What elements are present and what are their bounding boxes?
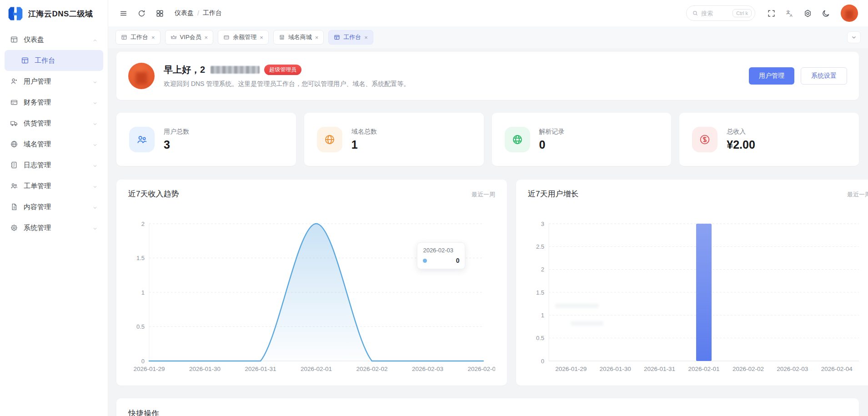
breadcrumb-dashboard[interactable]: 仪表盘 — [175, 9, 194, 17]
sidebar-item-workbench[interactable]: 工作台 — [5, 50, 103, 71]
chart-range-label: 最近一周 — [847, 190, 868, 199]
sidebar-item-supply[interactable]: 供货管理 — [5, 113, 103, 134]
revenue-trend-chart: 00.511.522026-01-292026-01-302026-01-312… — [128, 201, 495, 375]
tabstrip-collapse-button[interactable] — [847, 31, 861, 43]
stat-card-domains: 域名总数 1 — [304, 113, 484, 166]
top-header: 仪表盘 / 工作台 Ctrl k 文A — [108, 0, 868, 26]
fullscreen-button[interactable] — [763, 5, 779, 21]
sidebar-item-tickets[interactable]: 工单管理 — [5, 175, 103, 196]
svg-text:2026-01-30: 2026-01-30 — [600, 366, 631, 372]
close-icon[interactable]: × — [205, 35, 208, 40]
system-settings-button[interactable]: 系统设置 — [801, 67, 847, 85]
stat-card-users: 用户总数 3 — [116, 113, 296, 166]
chevron-up-icon — [92, 37, 98, 42]
chevron-down-icon — [92, 204, 98, 210]
user-avatar[interactable] — [841, 5, 858, 22]
users-icon — [129, 127, 155, 152]
close-icon[interactable]: × — [260, 35, 263, 40]
user-management-button[interactable]: 用户管理 — [749, 67, 794, 85]
charts-row: 近7天收入趋势 最近一周 00.511.522026-01-292026-01-… — [116, 180, 859, 386]
hamburger-icon — [119, 9, 128, 18]
sidebar-item-content[interactable]: 内容管理 — [5, 196, 103, 217]
welcome-subtitle: 欢迎回到 DNS 管理系统。这里是管理员工作台，您可以管理用户、域名、系统配置等… — [164, 80, 740, 88]
language-button[interactable]: 文A — [782, 5, 797, 21]
user-growth-chart: 00.511.522.532026-01-292026-01-302026-01… — [528, 201, 868, 375]
sidebar-item-domains[interactable]: 域名管理 — [5, 134, 103, 155]
chart-title: 近7天用户增长 — [528, 189, 578, 199]
document-icon — [10, 203, 18, 211]
tab-workbench-1[interactable]: 工作台 × — [115, 30, 161, 45]
welcome-banner: 早上好，2 超级管理员 欢迎回到 DNS 管理系统。这里是管理员工作台，您可以管… — [116, 52, 859, 100]
stat-card-dns-records: 解析记录 0 — [492, 113, 672, 166]
svg-text:1.5: 1.5 — [536, 289, 544, 296]
globe-network-icon — [505, 127, 530, 152]
global-search[interactable]: Ctrl k — [686, 5, 755, 21]
sidebar-item-finance[interactable]: 财务管理 — [5, 92, 103, 113]
moon-icon — [822, 9, 830, 18]
user-growth-card: 近7天用户增长 最近一周 00.511.522.532026-01-292026… — [516, 180, 868, 386]
fullscreen-icon — [767, 9, 776, 18]
grid-icon — [156, 9, 164, 18]
close-icon[interactable]: × — [364, 35, 368, 40]
tab-balance[interactable]: 余额管理 × — [218, 30, 269, 45]
svg-text:0.5: 0.5 — [536, 335, 544, 341]
sidebar-item-system[interactable]: 系统管理 — [5, 217, 103, 238]
svg-text:2026-01-30: 2026-01-30 — [189, 366, 221, 372]
chevron-down-icon — [92, 120, 98, 126]
svg-text:2026-02-01: 2026-02-01 — [301, 366, 332, 372]
svg-text:2026-02-02: 2026-02-02 — [356, 366, 387, 372]
translate-icon: 文A — [785, 9, 794, 18]
svg-text:2026-02-01: 2026-02-01 — [688, 366, 719, 372]
svg-text:0: 0 — [541, 358, 544, 365]
svg-text:2.5: 2.5 — [536, 243, 544, 250]
svg-text:3: 3 — [541, 221, 544, 227]
app-window: 江海云DNS二级域 仪表盘 工作台 — [0, 0, 868, 416]
svg-text:2: 2 — [141, 221, 145, 227]
chevron-down-icon — [92, 141, 98, 147]
storefront-icon — [279, 34, 285, 40]
globe-icon — [317, 127, 342, 152]
refresh-button[interactable] — [134, 5, 149, 21]
sidebar: 江海云DNS二级域 仪表盘 工作台 — [0, 0, 108, 416]
stat-cards: 用户总数 3 域名总数 1 解析记录 0 — [116, 113, 859, 166]
dashboard-icon — [10, 35, 18, 44]
svg-text:2026-02-04: 2026-02-04 — [821, 366, 853, 372]
gear-icon — [10, 224, 18, 232]
svg-text:1: 1 — [541, 312, 544, 319]
sidebar-collapse-button[interactable] — [115, 5, 131, 21]
breadcrumb-workbench[interactable]: 工作台 — [203, 9, 222, 17]
workbench-icon — [121, 34, 127, 40]
close-icon[interactable]: × — [151, 35, 155, 40]
globe-icon — [10, 140, 18, 148]
settings-badge-icon — [803, 9, 812, 18]
tab-strip: 工作台 × VIP会员 × 余额管理 × 域名商城 × 工作台 × — [108, 26, 868, 48]
settings-button[interactable] — [800, 5, 815, 21]
wallet-icon — [223, 34, 230, 40]
svg-text:2026-01-29: 2026-01-29 — [555, 366, 587, 372]
tab-vip[interactable]: VIP会员 × — [165, 30, 214, 45]
sidebar-item-dashboard[interactable]: 仪表盘 — [5, 29, 103, 50]
chevron-down-icon — [92, 100, 98, 105]
svg-text:2026-02-03: 2026-02-03 — [412, 366, 443, 372]
sidebar-item-logs[interactable]: 日志管理 — [5, 155, 103, 175]
breadcrumb-separator: / — [197, 10, 199, 17]
tab-domain-shop[interactable]: 域名商城 × — [273, 30, 324, 45]
tab-workbench-2[interactable]: 工作台 × — [328, 30, 373, 45]
svg-text:1: 1 — [141, 289, 145, 296]
main-content: 早上好，2 超级管理员 欢迎回到 DNS 管理系统。这里是管理员工作台，您可以管… — [108, 48, 868, 416]
layout-grid-button[interactable] — [152, 5, 167, 21]
close-icon[interactable]: × — [315, 35, 319, 40]
sidebar-item-users[interactable]: 用户管理 — [5, 71, 103, 92]
workbench-icon — [334, 34, 340, 40]
people-icon — [10, 182, 18, 190]
chevron-down-icon — [92, 162, 98, 168]
search-shortcut: Ctrl k — [733, 9, 752, 17]
app-logo[interactable]: 江海云DNS二级域 — [0, 0, 108, 27]
svg-text:2026-01-29: 2026-01-29 — [133, 366, 165, 372]
user-plus-icon — [10, 77, 18, 85]
search-input[interactable] — [701, 10, 728, 17]
chart-range-label: 最近一周 — [472, 190, 495, 199]
avatar — [128, 63, 155, 89]
dark-mode-button[interactable] — [818, 5, 833, 21]
chevron-down-icon — [851, 35, 857, 40]
